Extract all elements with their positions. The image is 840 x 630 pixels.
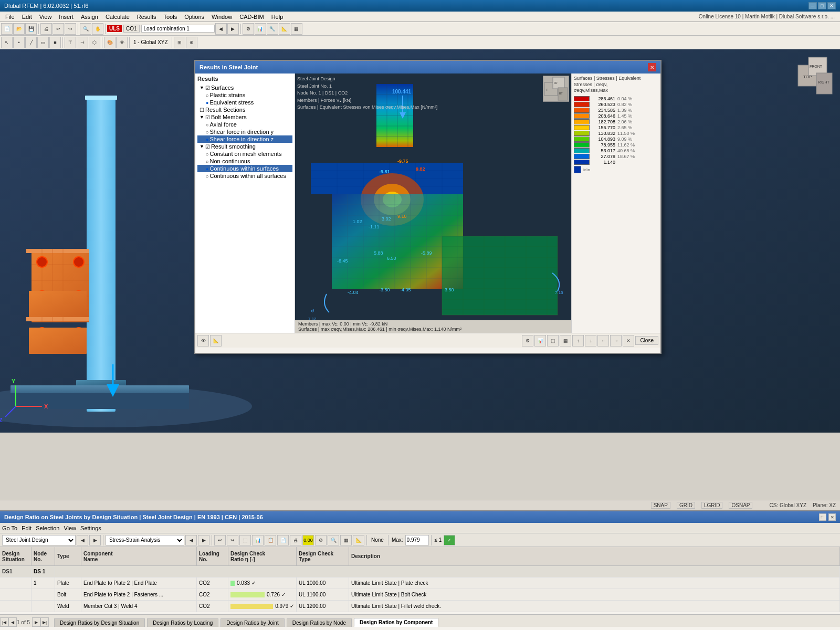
tb-extra-1[interactable]: ⚙ [243, 23, 254, 35]
page-prev[interactable]: ◀ [8, 617, 17, 627]
bt-zero[interactable]: 0.00 [302, 535, 314, 545]
table-row[interactable]: Weld Member Cut 3 | Weld 4 CO2 0.979 ✓ U… [0, 601, 840, 612]
tree-shear-z[interactable]: Shear force in direction z [197, 135, 292, 143]
bt-func1[interactable]: ↩ [214, 535, 226, 545]
rp-btn6[interactable]: ▦ [560, 335, 571, 346]
constant-mesh-radio[interactable] [206, 151, 209, 157]
bt-func5[interactable]: 📋 [265, 535, 276, 545]
open-button[interactable]: 📂 [13, 23, 25, 35]
pan-button[interactable]: ✋ [92, 23, 103, 35]
bt-func11[interactable]: 📐 [353, 535, 364, 545]
tree-constant-mesh[interactable]: Constant on mesh elements [197, 150, 292, 158]
menu-options[interactable]: Options [181, 13, 207, 21]
max-value-input[interactable] [405, 535, 429, 545]
bottom-edit[interactable]: Edit [22, 525, 32, 531]
bottom-settings[interactable]: Settings [80, 525, 101, 531]
bottom-goto[interactable]: Go To [2, 525, 17, 531]
tree-non-continuous[interactable]: Non-continuous [197, 158, 292, 165]
bt-prev[interactable]: ◀ [77, 535, 88, 545]
menu-calculate[interactable]: Calculate [102, 13, 133, 21]
print-button[interactable]: 🖨 [40, 23, 52, 35]
tree-surfaces[interactable]: ▼ Surfaces [197, 84, 292, 91]
tree-shear-y[interactable]: Shear force in direction y [197, 128, 292, 135]
tab-node[interactable]: Design Ratios by Node [287, 618, 352, 627]
tree-continuous-all[interactable]: Continuous within all surfaces [197, 172, 292, 180]
node-btn[interactable]: • [13, 37, 25, 48]
maximize-button[interactable]: □ [818, 2, 826, 9]
tree-bolt-members[interactable]: ▼ Bolt Members [197, 113, 292, 121]
tree-result-smoothing[interactable]: ▼ Result smoothing [197, 143, 292, 150]
bt-check[interactable]: ✓ [444, 535, 455, 545]
tree-result-sections[interactable]: Result Sections [197, 106, 292, 113]
bt-next2[interactable]: ▶ [198, 535, 209, 545]
lgrid-label[interactable]: LGRID [701, 502, 723, 509]
surface-btn[interactable]: ▭ [37, 37, 49, 48]
equivalent-stress-radio[interactable] [206, 99, 209, 106]
bt-next[interactable]: ▶ [89, 535, 101, 545]
nav-cube[interactable]: TOP FRONT RIGHT [793, 55, 835, 97]
snap-btn[interactable]: ⊕ [186, 37, 197, 48]
minimize-button[interactable]: ─ [808, 2, 817, 9]
tree-continuous-surfaces[interactable]: Continuous within surfaces [197, 165, 292, 172]
bottom-view[interactable]: View [64, 525, 76, 531]
rp-btn10[interactable]: → [610, 335, 622, 346]
main-viewport[interactable]: X Y Z TOP FRONT RIGHT Results in Steel J… [0, 49, 840, 433]
analysis-select[interactable]: Stress-Strain Analysis [106, 535, 184, 545]
menu-insert[interactable]: Insert [56, 13, 77, 21]
rp-btn9[interactable]: ← [597, 335, 609, 346]
bt-func4[interactable]: 📊 [252, 535, 264, 545]
display-btn[interactable]: 👁 [116, 37, 128, 48]
tree-plastic-strains[interactable]: Plastic strains [197, 91, 292, 99]
bt-prev2[interactable]: ◀ [185, 535, 197, 545]
menu-cadbim[interactable]: CAD-BIM [236, 13, 267, 21]
redo-button[interactable]: ↪ [65, 23, 76, 35]
osnap-label[interactable]: OSNAP [729, 502, 752, 509]
continuous-all-radio[interactable] [206, 173, 209, 179]
view-3d[interactable]: ⬡ [89, 37, 100, 48]
tb-extra-4[interactable]: 📐 [279, 23, 290, 35]
grid-btn[interactable]: ⊞ [174, 37, 185, 48]
result-sections-checkbox[interactable] [200, 107, 205, 113]
bt-func7[interactable]: 🖨 [290, 535, 301, 545]
solid-btn[interactable]: ■ [49, 37, 61, 48]
shear-z-radio[interactable] [206, 136, 209, 142]
menu-view[interactable]: View [36, 13, 55, 21]
design-select[interactable]: Steel Joint Design [2, 535, 76, 545]
rp-btn2[interactable]: 📐 [210, 335, 222, 346]
menu-assign[interactable]: Assign [78, 13, 101, 21]
tab-loading[interactable]: Design Ratios by Loading [147, 618, 218, 627]
results-panel-close[interactable]: ✕ [648, 63, 656, 71]
save-button[interactable]: 💾 [25, 23, 37, 35]
view-top[interactable]: ⊤ [65, 37, 76, 48]
page-first[interactable]: |◀ [0, 617, 8, 627]
menu-file[interactable]: File [2, 13, 18, 21]
table-row[interactable]: Bolt End Plate to Plate 2 | Fasteners ..… [0, 589, 840, 601]
view-front[interactable]: ⊣ [77, 37, 88, 48]
close-button-panel[interactable]: Close [635, 336, 658, 345]
zoom-button[interactable]: 🔍 [80, 23, 91, 35]
load-combo-next[interactable]: ▶ [227, 23, 239, 35]
select-btn[interactable]: ↖ [1, 37, 13, 48]
surfaces-checkbox[interactable] [205, 85, 211, 91]
bt-func10[interactable]: ▦ [340, 535, 352, 545]
bolt-members-checkbox[interactable] [205, 114, 211, 120]
rp-close-x[interactable]: ✕ [623, 335, 634, 346]
axial-force-radio[interactable] [206, 121, 209, 128]
menu-tools[interactable]: Tools [160, 13, 180, 21]
plastic-strains-radio[interactable] [206, 92, 209, 98]
menu-results[interactable]: Results [134, 13, 160, 21]
bottom-close-btn[interactable]: ✕ [828, 513, 836, 521]
tree-axial-force[interactable]: Axial force [197, 121, 292, 128]
page-last[interactable]: ▶| [40, 617, 49, 627]
bottom-selection[interactable]: Selection [36, 525, 59, 531]
tb-extra-3[interactable]: 🔧 [267, 23, 278, 35]
non-continuous-radio[interactable] [206, 158, 209, 164]
result-smoothing-checkbox[interactable] [205, 143, 211, 150]
compass-box[interactable]: T FR RT [543, 76, 569, 102]
rp-btn3[interactable]: ⚙ [522, 335, 533, 346]
new-button[interactable]: 📄 [1, 23, 13, 35]
load-combo-input[interactable] [141, 25, 215, 33]
undo-button[interactable]: ↩ [52, 23, 64, 35]
bt-func6[interactable]: 📄 [277, 535, 289, 545]
render-btn[interactable]: 🎨 [104, 37, 116, 48]
